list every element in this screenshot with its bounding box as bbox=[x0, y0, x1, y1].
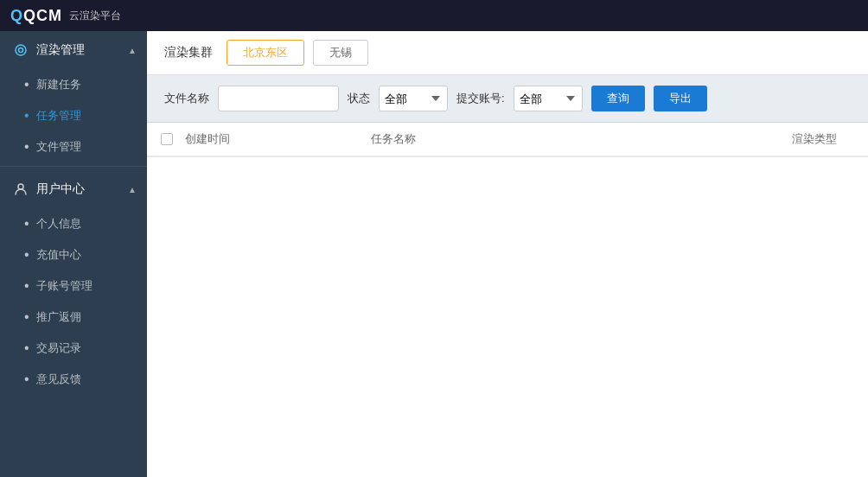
user-icon bbox=[12, 181, 29, 198]
sidebar-group-user-center[interactable]: 用户中心 ▲ bbox=[0, 170, 147, 208]
sidebar-item-file-management[interactable]: 文件管理 bbox=[0, 131, 147, 162]
query-button[interactable]: 查询 bbox=[591, 86, 645, 111]
file-name-input[interactable] bbox=[218, 86, 339, 111]
task-management-label: 任务管理 bbox=[36, 108, 81, 124]
user-center-label: 用户中心 bbox=[36, 181, 85, 197]
logo-cm: QCM bbox=[23, 7, 62, 24]
col-render-type-header: 渲染类型 bbox=[651, 131, 854, 147]
main-layout: 渲染管理 ▲ 新建任务 任务管理 文件管理 用户中心 ▲ bbox=[0, 31, 868, 477]
sidebar-item-personal-info[interactable]: 个人信息 bbox=[0, 208, 147, 239]
render-management-items: 新建任务 任务管理 文件管理 bbox=[0, 69, 147, 162]
table-separator bbox=[147, 156, 868, 157]
cluster-bar: 渲染集群 北京东区 无锡 bbox=[147, 31, 868, 75]
personal-info-label: 个人信息 bbox=[36, 216, 81, 232]
sidebar-item-feedback[interactable]: 意见反馈 bbox=[0, 364, 147, 395]
sidebar-item-task-management[interactable]: 任务管理 bbox=[0, 100, 147, 131]
col-create-time-header: 创建时间 bbox=[185, 131, 371, 147]
select-all-checkbox[interactable] bbox=[161, 133, 173, 145]
sidebar-item-sub-account[interactable]: 子账号管理 bbox=[0, 270, 147, 302]
sidebar-item-transaction[interactable]: 交易记录 bbox=[0, 333, 147, 364]
cluster-label: 渲染集群 bbox=[164, 45, 213, 60]
sidebar-item-new-task[interactable]: 新建任务 bbox=[0, 69, 147, 100]
sidebar-divider bbox=[0, 166, 147, 167]
cluster-tab-wuxi[interactable]: 无锡 bbox=[313, 40, 368, 66]
file-name-label: 文件名称 bbox=[164, 91, 209, 106]
sub-account-label: 子账号管理 bbox=[36, 278, 93, 294]
sidebar-group-render-management[interactable]: 渲染管理 ▲ bbox=[0, 31, 147, 69]
status-select[interactable]: 全部 渲染中 已完成 失败 暂停 bbox=[379, 86, 448, 111]
svg-point-1 bbox=[19, 48, 23, 53]
settings-icon bbox=[12, 41, 29, 59]
submit-account-select[interactable]: 全部 bbox=[514, 86, 583, 111]
chevron-up-icon: ▲ bbox=[128, 46, 137, 55]
app-logo: QQCM bbox=[10, 7, 62, 25]
user-center-items: 个人信息 充值中心 子账号管理 推广返佣 交易记录 意见反馈 bbox=[0, 208, 147, 395]
new-task-label: 新建任务 bbox=[36, 77, 81, 92]
export-button[interactable]: 导出 bbox=[654, 86, 707, 111]
sidebar-item-promotion[interactable]: 推广返佣 bbox=[0, 302, 147, 333]
main-content: 渲染集群 北京东区 无锡 文件名称 状态 全部 渲染中 已完成 失败 暂停 提交… bbox=[147, 31, 868, 477]
render-management-label: 渲染管理 bbox=[36, 42, 85, 58]
file-management-label: 文件管理 bbox=[36, 139, 81, 155]
topbar: QQCM 云渲染平台 bbox=[0, 0, 868, 31]
chevron-up-icon-2: ▲ bbox=[128, 185, 137, 194]
filter-bar: 文件名称 状态 全部 渲染中 已完成 失败 暂停 提交账号: 全部 查询 导出 bbox=[147, 75, 868, 123]
logo-q: Q bbox=[10, 7, 23, 24]
table-header: 创建时间 任务名称 渲染类型 bbox=[147, 123, 868, 156]
svg-point-2 bbox=[18, 184, 23, 189]
feedback-label: 意见反馈 bbox=[36, 372, 81, 387]
transaction-label: 交易记录 bbox=[36, 340, 81, 356]
table-header-checkbox[interactable] bbox=[161, 133, 185, 145]
svg-point-0 bbox=[16, 45, 26, 55]
sidebar-item-recharge-center[interactable]: 充值中心 bbox=[0, 239, 147, 270]
status-label: 状态 bbox=[348, 91, 370, 106]
app-subtitle: 云渲染平台 bbox=[69, 9, 121, 23]
col-task-name-header: 任务名称 bbox=[371, 131, 650, 147]
cluster-tab-beijing-east[interactable]: 北京东区 bbox=[227, 40, 304, 66]
recharge-center-label: 充值中心 bbox=[36, 247, 81, 263]
sidebar: 渲染管理 ▲ 新建任务 任务管理 文件管理 用户中心 ▲ bbox=[0, 31, 147, 477]
table-area: 创建时间 任务名称 渲染类型 bbox=[147, 123, 868, 477]
promotion-label: 推广返佣 bbox=[36, 309, 81, 325]
submit-account-label: 提交账号: bbox=[456, 91, 505, 106]
